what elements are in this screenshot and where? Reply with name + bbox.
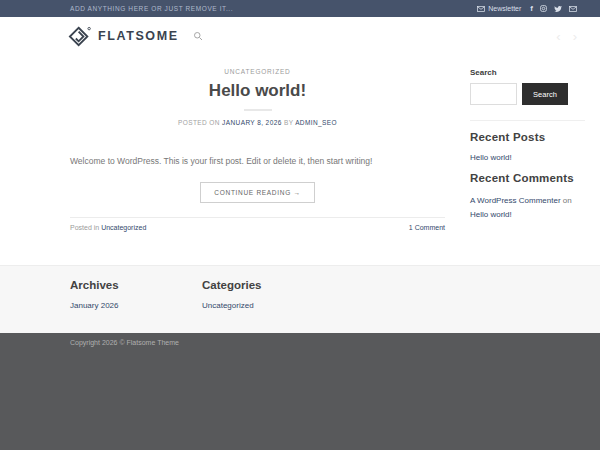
archives-widget: Archives January 2026 bbox=[70, 266, 202, 333]
post-footer: Posted in Uncategorized 1 Comment bbox=[70, 217, 445, 231]
newsletter-label: Newsletter bbox=[488, 5, 521, 12]
mail-icon bbox=[477, 6, 485, 12]
post-header: UNCATEGORIZED Hello world! POSTED ON JAN… bbox=[70, 55, 445, 126]
recent-post-link[interactable]: Hello world! bbox=[470, 153, 585, 162]
post-meta: POSTED ON JANUARY 8, 2026 BY ADMIN_SEO bbox=[70, 119, 445, 126]
site-header: FLATSOME ‹ › bbox=[0, 17, 600, 55]
post-article: UNCATEGORIZED Hello world! POSTED ON JAN… bbox=[70, 55, 445, 265]
posted-in-label: Posted in bbox=[70, 224, 99, 231]
site-logo[interactable]: FLATSOME bbox=[68, 26, 179, 47]
recent-posts-title: Recent Posts bbox=[470, 131, 585, 143]
twitter-icon[interactable] bbox=[554, 5, 562, 13]
comment-post-link[interactable]: Hello world! bbox=[470, 210, 512, 219]
post-date-link[interactable]: JANUARY 8, 2026 bbox=[222, 119, 282, 126]
copyright-text: Copyright 2026 © Flatsome Theme bbox=[70, 339, 600, 346]
post-category-link[interactable]: UNCATEGORIZED bbox=[224, 68, 290, 75]
comment-author-link[interactable]: A WordPress Commenter bbox=[470, 196, 561, 205]
continue-reading-button[interactable]: CONTINUE READING → bbox=[200, 182, 314, 203]
search-button[interactable]: Search bbox=[522, 83, 568, 105]
recent-comment-item: A WordPress Commenter on Hello world! bbox=[470, 194, 585, 223]
categories-title: Categories bbox=[202, 279, 334, 291]
instagram-icon[interactable] bbox=[540, 5, 547, 12]
by-label: BY bbox=[284, 119, 293, 126]
comment-on-label: on bbox=[563, 196, 572, 205]
search-input[interactable] bbox=[470, 83, 517, 105]
posted-in-category-link[interactable]: Uncategorized bbox=[101, 224, 146, 231]
posted-in: Posted in Uncategorized bbox=[70, 224, 146, 231]
social-links: f bbox=[530, 4, 577, 13]
facebook-icon[interactable]: f bbox=[530, 4, 533, 13]
archive-link[interactable]: January 2026 bbox=[70, 301, 118, 310]
post-title: Hello world! bbox=[70, 81, 445, 101]
search-widget-title: Search bbox=[470, 68, 585, 77]
continue-reading-row: CONTINUE READING → bbox=[70, 181, 445, 203]
category-link[interactable]: Uncategorized bbox=[202, 301, 254, 310]
footer-widgets: Archives January 2026 Categories Uncateg… bbox=[0, 265, 600, 333]
posted-on-label: POSTED ON bbox=[178, 119, 220, 126]
flatsome-diamond-icon bbox=[68, 26, 91, 47]
post-author-link[interactable]: ADMIN_SEO bbox=[295, 119, 337, 126]
absolute-footer: Copyright 2026 © Flatsome Theme bbox=[0, 333, 600, 450]
search-widget: Search bbox=[470, 83, 585, 105]
widget-divider bbox=[470, 120, 585, 121]
post-excerpt: Welcome to WordPress. This is your first… bbox=[70, 155, 445, 168]
topbar: ADD ANYTHING HERE OR JUST REMOVE IT... N… bbox=[0, 0, 600, 17]
title-divider bbox=[244, 109, 272, 111]
topbar-promo-text: ADD ANYTHING HERE OR JUST REMOVE IT... bbox=[70, 5, 233, 12]
page: ADD ANYTHING HERE OR JUST REMOVE IT... N… bbox=[0, 0, 600, 450]
comments-link[interactable]: 1 Comment bbox=[409, 224, 445, 231]
header-nav-arrows: ‹ › bbox=[556, 29, 577, 44]
mail-icon[interactable] bbox=[569, 6, 577, 12]
newsletter-link[interactable]: Newsletter bbox=[477, 5, 521, 12]
sidebar: Search Search Recent Posts Hello world! … bbox=[470, 55, 585, 265]
main-content: UNCATEGORIZED Hello world! POSTED ON JAN… bbox=[0, 55, 600, 265]
search-icon[interactable] bbox=[193, 31, 203, 41]
next-arrow-icon[interactable]: › bbox=[573, 29, 577, 44]
archives-title: Archives bbox=[70, 279, 202, 291]
prev-arrow-icon[interactable]: ‹ bbox=[556, 29, 560, 44]
logo-text: FLATSOME bbox=[98, 29, 179, 43]
categories-widget: Categories Uncategorized bbox=[202, 266, 334, 333]
recent-comments-title: Recent Comments bbox=[470, 172, 585, 184]
topbar-right: Newsletter f bbox=[477, 4, 577, 13]
